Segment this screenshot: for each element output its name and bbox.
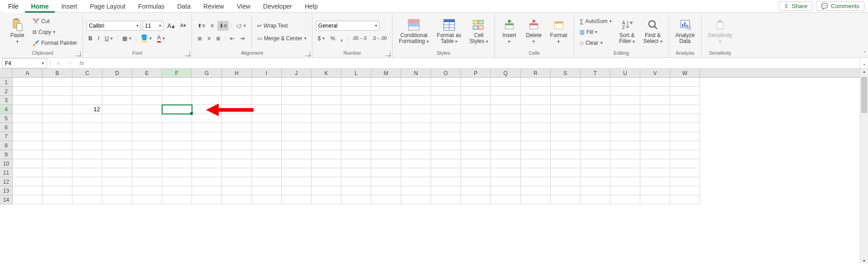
cell-W14[interactable] (670, 195, 700, 204)
cell-D12[interactable] (102, 177, 132, 186)
cell-H9[interactable] (222, 150, 252, 159)
row-header-12[interactable]: 12 (0, 177, 13, 186)
cell-H3[interactable] (222, 96, 252, 105)
column-header-U[interactable]: U (610, 69, 640, 77)
cell-W11[interactable] (670, 168, 700, 177)
cell-V12[interactable] (640, 177, 670, 186)
cell-U1[interactable] (610, 78, 640, 87)
cell-L14[interactable] (341, 195, 371, 204)
cell-Q5[interactable] (491, 114, 521, 123)
cell-U4[interactable] (610, 105, 640, 114)
cell-R9[interactable] (521, 150, 551, 159)
cell-K13[interactable] (312, 186, 341, 195)
cell-H14[interactable] (222, 195, 252, 204)
cell-S8[interactable] (551, 141, 580, 150)
row-header-8[interactable]: 8 (0, 141, 13, 150)
cell-H2[interactable] (222, 87, 252, 96)
row-header-14[interactable]: 14 (0, 195, 13, 204)
column-header-D[interactable]: D (102, 69, 132, 77)
cell-M4[interactable] (371, 105, 401, 114)
cell-E8[interactable] (132, 141, 162, 150)
cell-W6[interactable] (670, 123, 700, 132)
cell-D6[interactable] (102, 123, 132, 132)
cell-N9[interactable] (401, 150, 431, 159)
cell-M14[interactable] (371, 195, 401, 204)
cell-O2[interactable] (431, 87, 461, 96)
cell-styles-button[interactable]: CellStyles ▾ (467, 16, 491, 48)
cell-P9[interactable] (461, 150, 491, 159)
cell-P13[interactable] (461, 186, 491, 195)
cell-P7[interactable] (461, 132, 491, 141)
formula-input[interactable] (88, 58, 860, 68)
cell-J2[interactable] (282, 87, 312, 96)
cell-E4[interactable] (132, 105, 162, 114)
row-header-6[interactable]: 6 (0, 123, 13, 132)
cell-K1[interactable] (312, 78, 341, 87)
cell-I13[interactable] (252, 186, 282, 195)
cell-K2[interactable] (312, 87, 341, 96)
column-header-I[interactable]: I (252, 69, 282, 77)
cell-D8[interactable] (102, 141, 132, 150)
cell-L10[interactable] (341, 159, 371, 168)
cell-S6[interactable] (551, 123, 580, 132)
cell-S14[interactable] (551, 195, 580, 204)
cell-W12[interactable] (670, 177, 700, 186)
cell-U14[interactable] (610, 195, 640, 204)
cell-V5[interactable] (640, 114, 670, 123)
cell-K5[interactable] (312, 114, 341, 123)
cell-R7[interactable] (521, 132, 551, 141)
align-middle-button[interactable]: ≡ (209, 21, 216, 31)
cell-J9[interactable] (282, 150, 312, 159)
cell-O3[interactable] (431, 96, 461, 105)
cell-R5[interactable] (521, 114, 551, 123)
align-left-button[interactable]: ≣ (196, 33, 204, 43)
cell-N10[interactable] (401, 159, 431, 168)
decrease-indent-button[interactable]: ⇤ (228, 33, 236, 43)
column-header-M[interactable]: M (371, 69, 401, 77)
cell-P11[interactable] (461, 168, 491, 177)
comma-button[interactable]: , (339, 33, 344, 43)
cell-K11[interactable] (312, 168, 341, 177)
cell-C2[interactable] (72, 87, 102, 96)
cell-N8[interactable] (401, 141, 431, 150)
cell-L6[interactable] (341, 123, 371, 132)
cell-V2[interactable] (640, 87, 670, 96)
cell-P5[interactable] (461, 114, 491, 123)
format-as-table-button[interactable]: Format asTable ▾ (434, 16, 464, 48)
cell-C11[interactable] (72, 168, 102, 177)
cell-M5[interactable] (371, 114, 401, 123)
merge-center-button[interactable]: ▭ Merge & Center (255, 33, 308, 43)
cell-K4[interactable] (312, 105, 341, 114)
decrease-font-button[interactable]: A▾ (178, 21, 188, 31)
cell-J3[interactable] (282, 96, 312, 105)
underline-button[interactable]: U (103, 33, 115, 43)
row-header-1[interactable]: 1 (0, 78, 13, 87)
font-color-button[interactable]: A (155, 33, 167, 43)
cell-D3[interactable] (102, 96, 132, 105)
cell-Q2[interactable] (491, 87, 521, 96)
column-header-K[interactable]: K (312, 69, 341, 77)
clipboard-dialog-launcher[interactable] (75, 51, 81, 56)
cell-H12[interactable] (222, 177, 252, 186)
cell-D11[interactable] (102, 168, 132, 177)
cell-T5[interactable] (580, 114, 610, 123)
cell-E3[interactable] (132, 96, 162, 105)
column-header-V[interactable]: V (640, 69, 670, 77)
cell-T7[interactable] (580, 132, 610, 141)
number-format-combo[interactable]: General▾ (316, 21, 379, 31)
cell-R3[interactable] (521, 96, 551, 105)
cell-L12[interactable] (341, 177, 371, 186)
cell-I4[interactable] (252, 105, 282, 114)
column-header-E[interactable]: E (132, 69, 162, 77)
cell-S12[interactable] (551, 177, 580, 186)
column-header-T[interactable]: T (580, 69, 610, 77)
scroll-down-icon[interactable]: ▾ (863, 258, 865, 263)
cell-E13[interactable] (132, 186, 162, 195)
cell-E1[interactable] (132, 78, 162, 87)
cell-E2[interactable] (132, 87, 162, 96)
cell-C14[interactable] (72, 195, 102, 204)
cell-M8[interactable] (371, 141, 401, 150)
cell-U13[interactable] (610, 186, 640, 195)
row-header-11[interactable]: 11 (0, 168, 13, 177)
cell-F10[interactable] (162, 159, 192, 168)
